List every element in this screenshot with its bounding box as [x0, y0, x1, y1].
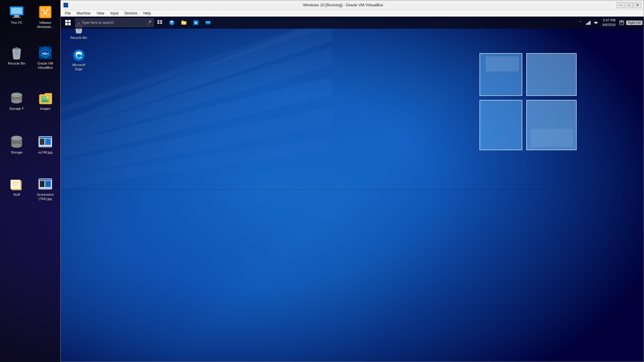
- minimize-button[interactable]: ─: [617, 2, 624, 8]
- svg-rect-82: [620, 23, 623, 23]
- stuff-icon: [9, 176, 24, 192]
- microphone-icon: 🎤: [146, 20, 152, 25]
- svg-rect-68: [160, 20, 162, 22]
- network-icon[interactable]: [585, 19, 591, 26]
- search-bar[interactable]: ⌕ Type here to search 🎤: [75, 18, 154, 27]
- task-view-button[interactable]: [154, 17, 165, 28]
- host-icon-stuff[interactable]: Stuff: [3, 175, 30, 198]
- maximize-button[interactable]: □: [625, 2, 633, 8]
- svg-rect-9: [46, 13, 50, 17]
- svg-rect-34: [40, 139, 44, 145]
- clock[interactable]: 5:47 PM 8/6/2018: [602, 18, 615, 27]
- svg-rect-7: [46, 7, 50, 11]
- storage-icon: [9, 134, 24, 150]
- host-icon-ss748[interactable]: ss748.jpg: [32, 133, 59, 156]
- host-icon-vmware[interactable]: V VMwareWorkstati...: [32, 3, 59, 30]
- menu-input[interactable]: Input: [107, 11, 122, 16]
- host-icon-vmware-label: VMwareWorkstati...: [37, 21, 54, 29]
- chevron-icon[interactable]: ˄: [577, 19, 584, 26]
- host-icon-images-label: images: [40, 106, 50, 111]
- clock-time: 5:47 PM: [602, 18, 615, 23]
- svg-rect-77: [587, 23, 588, 25]
- svg-point-26: [11, 143, 22, 148]
- taskbar-right: ˄: [577, 18, 625, 27]
- taskbar-explorer-button[interactable]: [178, 17, 189, 28]
- host-icon-storage[interactable]: Storage: [3, 133, 30, 156]
- svg-rect-48: [45, 181, 51, 187]
- menu-help[interactable]: Help: [140, 11, 154, 16]
- svg-rect-66: [68, 23, 71, 25]
- vm-edge-icon: [72, 48, 86, 62]
- svg-point-27: [11, 136, 22, 141]
- host-icon-oracle-vm-label: Oracle VMVirtualBox: [37, 61, 53, 70]
- vmware-icon: V: [37, 4, 53, 20]
- vm-recycle-bin-label: Recycle Bin: [70, 36, 87, 40]
- images-folder-icon: [37, 90, 53, 106]
- svg-rect-29: [11, 142, 22, 142]
- taskbar-mail-button[interactable]: [203, 17, 213, 28]
- svg-rect-69: [157, 22, 159, 24]
- host-icon-storage-f[interactable]: Storage F: [3, 89, 30, 112]
- svg-rect-2: [14, 15, 19, 17]
- oracle-vm-icon: VBox: [37, 45, 53, 61]
- svg-point-23: [46, 96, 49, 99]
- vbox-title-icon: V: [63, 2, 69, 8]
- ss748-icon: [37, 134, 53, 150]
- svg-text:VBox: VBox: [42, 52, 49, 55]
- svg-text:🛍: 🛍: [194, 21, 197, 24]
- host-icon-this-pc[interactable]: This PC: [3, 3, 30, 26]
- svg-rect-49: [39, 189, 52, 189]
- host-icon-recycle-bin-label: Recycle Bin: [8, 61, 25, 65]
- svg-rect-79: [590, 21, 591, 25]
- vbox-titlebar: V Windows 10 [Running] - Oracle VM Virtu…: [61, 0, 644, 10]
- svg-rect-33: [39, 137, 51, 138]
- svg-rect-11: [15, 47, 18, 49]
- storage-f-icon: [9, 90, 24, 106]
- win10-desktop[interactable]: Recycle Bin MicrosoftEdge: [61, 17, 644, 362]
- svg-point-19: [11, 99, 22, 103]
- windows-logo: [471, 44, 585, 165]
- close-button[interactable]: ✕: [633, 2, 641, 8]
- host-icon-ss748-label: ss748.jpg: [38, 150, 52, 154]
- clock-date: 8/6/2018: [602, 23, 615, 27]
- taskbar-edge-button[interactable]: [166, 17, 177, 28]
- menu-machine[interactable]: Machine: [74, 11, 93, 16]
- right-ctrl-badge: Right Ctrl: [626, 21, 642, 25]
- this-pc-icon: [9, 4, 24, 20]
- svg-rect-39: [11, 180, 20, 189]
- svg-rect-76: [586, 24, 587, 25]
- start-button[interactable]: [62, 17, 74, 29]
- host-icon-screenshot764[interactable]: Screenshot(764).jpg: [32, 175, 59, 202]
- vm-screen: Recycle Bin MicrosoftEdge: [61, 17, 644, 362]
- notification-icon[interactable]: [618, 19, 625, 26]
- svg-rect-47: [40, 181, 44, 187]
- virtualbox-window: V Windows 10 [Running] - Oracle VM Virtu…: [60, 0, 644, 362]
- menu-devices[interactable]: Devices: [121, 11, 140, 16]
- host-icon-screenshot764-label: Screenshot(764).jpg: [37, 192, 54, 201]
- host-desktop: This PC V VMwareWorkstati...: [0, 0, 644, 362]
- vm-icon-microsoft-edge[interactable]: MicrosoftEdge: [67, 47, 91, 72]
- vbox-title-text: Windows 10 [Running] - Oracle VM Virtual…: [70, 3, 616, 7]
- host-icon-oracle-vm[interactable]: VBox Oracle VMVirtualBox: [32, 44, 59, 71]
- host-icon-recycle-bin[interactable]: Recycle Bin: [3, 44, 30, 67]
- svg-point-28: [18, 138, 20, 139]
- host-icon-images[interactable]: images: [32, 89, 59, 112]
- svg-point-21: [18, 94, 20, 96]
- screenshot764-icon: [37, 176, 53, 192]
- menu-file[interactable]: File: [62, 11, 74, 16]
- volume-icon[interactable]: [593, 19, 599, 26]
- svg-rect-8: [40, 13, 45, 17]
- svg-rect-81: [620, 21, 623, 22]
- menu-view[interactable]: View: [94, 11, 107, 16]
- svg-rect-65: [65, 23, 68, 25]
- svg-rect-63: [65, 20, 68, 22]
- taskbar: ⌕ Type here to search 🎤: [61, 17, 644, 29]
- vbox-menubar: File Machine View Input Devices Help: [61, 10, 644, 17]
- svg-rect-67: [157, 20, 159, 22]
- svg-rect-78: [588, 22, 589, 25]
- svg-rect-36: [39, 147, 52, 147]
- taskbar-store-button[interactable]: 🛍: [191, 17, 201, 28]
- svg-point-20: [11, 93, 22, 97]
- svg-rect-6: [40, 7, 45, 11]
- recycle-bin-host-icon: [9, 45, 24, 61]
